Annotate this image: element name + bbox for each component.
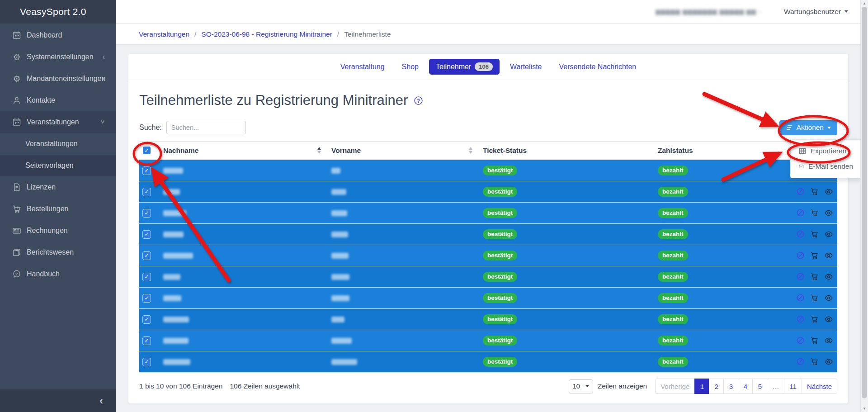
eye-icon[interactable] (825, 294, 833, 302)
tab-teilnehmer[interactable]: Teilnehmer 106 (429, 59, 500, 75)
sidebar-item-label: Bestellungen (27, 205, 69, 213)
cart-icon[interactable] (811, 273, 818, 280)
ban-icon[interactable] (797, 273, 804, 280)
breadcrumb-event[interactable]: SO-2023-06-98 - Registrierung Minitraine… (201, 30, 332, 38)
ban-icon[interactable] (797, 358, 804, 365)
table-row[interactable]: ✓ bestätigt bezahlt (139, 266, 837, 288)
cart-icon[interactable] (811, 230, 818, 238)
row-checkbox[interactable]: ✓ (143, 252, 151, 260)
column-header-vorname[interactable]: Vorname (331, 147, 361, 155)
eye-icon[interactable] (825, 209, 833, 217)
sort-icons[interactable] (469, 147, 472, 154)
sidebar-item-systemeinstellungen[interactable]: ⚙ Systemeinstellungen ‹ (0, 46, 116, 68)
table-row[interactable]: ✓ bestätigt bezahlt (139, 160, 837, 181)
pagination-page-1[interactable]: 1 (694, 379, 709, 394)
eye-icon[interactable] (825, 273, 833, 281)
column-header-ticket-status[interactable]: Ticket-Status (483, 147, 527, 155)
row-checkbox[interactable]: ✓ (143, 209, 151, 217)
aktionen-button[interactable]: Aktionen (779, 120, 837, 135)
table-row[interactable]: ✓ bestätigt bezahlt (139, 224, 837, 245)
sidebar-item-bestellungen[interactable]: Bestellungen (0, 198, 116, 220)
ticket-status-badge: bestätigt (483, 208, 517, 218)
cart-icon[interactable] (811, 188, 818, 195)
ban-icon[interactable] (797, 251, 804, 259)
sidebar-item-lizenzen[interactable]: Lizenzen (0, 176, 116, 198)
cart-icon (12, 204, 22, 214)
sidebar-item-veranstaltungen[interactable]: Veranstaltungen ˅ (0, 111, 116, 133)
sidebar-subitem-veranstaltungen[interactable]: Veranstaltungen (0, 133, 116, 155)
sidebar-item-dashboard[interactable]: Dashboard (0, 24, 116, 46)
table-row[interactable]: ✓ bestätigt bezahlt (139, 203, 837, 224)
row-checkbox[interactable]: ✓ (143, 337, 151, 345)
tab-shop[interactable]: Shop (395, 59, 425, 75)
table-row[interactable]: ✓ bestätigt bezahlt (139, 351, 837, 373)
ban-icon[interactable] (797, 188, 804, 195)
ban-icon[interactable] (797, 209, 804, 217)
row-checkbox[interactable]: ✓ (143, 273, 151, 281)
scrollbar-thumb[interactable] (862, 7, 867, 398)
pagination-page-3[interactable]: 3 (723, 379, 738, 394)
ban-icon[interactable] (797, 315, 804, 323)
sidebar-item-rechnungen[interactable]: Rechnungen (0, 220, 116, 242)
search-input[interactable] (166, 121, 246, 134)
sort-icons[interactable] (317, 147, 321, 154)
sidebar-item-handbuch[interactable]: ? Handbuch (0, 263, 116, 285)
eye-icon[interactable] (825, 188, 833, 196)
scroll-down-icon[interactable]: ▼ (861, 407, 868, 411)
cart-icon[interactable] (811, 251, 818, 259)
select-all-checkbox[interactable]: ✓ (143, 147, 151, 154)
table-row[interactable]: ✓ bestätigt bezahlt (139, 245, 837, 266)
eye-icon[interactable] (825, 336, 833, 345)
cart-icon[interactable] (811, 315, 818, 323)
scroll-up-icon[interactable]: ▲ (861, 1, 868, 5)
breadcrumb-veranstaltungen[interactable]: Veranstaltungen (139, 30, 189, 38)
user-menu[interactable]: Wartungsbenutzer (784, 8, 848, 16)
menu-item-exportieren[interactable]: Exportieren (791, 143, 861, 159)
column-header-nachname[interactable]: Nachname (163, 147, 198, 155)
row-checkbox[interactable]: ✓ (143, 316, 151, 323)
row-checkbox[interactable]: ✓ (143, 188, 151, 196)
table-row[interactable]: ✓ bestätigt bezahlt (139, 309, 837, 330)
cart-icon[interactable] (811, 209, 818, 217)
pagination-page-5[interactable]: 5 (752, 379, 767, 394)
sidebar-item-kontakte[interactable]: Kontakte (0, 90, 116, 111)
pagination-page-4[interactable]: 4 (738, 379, 753, 394)
tab-versendete-nachrichten[interactable]: Versendete Nachrichten (552, 59, 643, 75)
row-checkbox[interactable]: ✓ (143, 167, 151, 175)
pagination-next[interactable]: Nächste (802, 379, 837, 394)
pagination-previous[interactable]: Vorherige (655, 379, 695, 394)
row-checkbox[interactable]: ✓ (143, 358, 151, 366)
app-logo: VeasySport 2.0 (0, 0, 116, 24)
table-row[interactable]: ✓ bestätigt bezahlt (139, 330, 837, 351)
column-header-zahlstatus[interactable]: Zahlstatus (658, 147, 693, 155)
ban-icon[interactable] (797, 336, 804, 344)
eye-icon[interactable] (825, 358, 833, 366)
eye-icon[interactable] (825, 230, 833, 238)
cart-icon[interactable] (811, 336, 818, 344)
vertical-scrollbar[interactable]: ▲ ▼ (860, 0, 868, 412)
pagination-page-2[interactable]: 2 (709, 379, 724, 394)
tab-warteliste[interactable]: Warteliste (503, 59, 549, 75)
chevron-left-icon: ‹ (99, 394, 103, 407)
menu-item-email-senden[interactable]: E-Mail senden (791, 159, 861, 174)
page-size-select[interactable]: 10 (569, 379, 593, 393)
row-checkbox[interactable]: ✓ (143, 231, 151, 238)
help-circle-icon[interactable]: ? (414, 96, 423, 105)
ban-icon[interactable] (797, 230, 804, 238)
sidebar-collapse-button[interactable]: ‹ (0, 389, 116, 412)
row-checkbox[interactable]: ✓ (143, 294, 151, 302)
table-row[interactable]: ✓ bestätigt bezahlt (139, 288, 837, 309)
masked-lastname (163, 253, 193, 259)
sidebar-item-mandanteneinstellungen[interactable]: ⚙ Mandanteneinstellungen ‹ (0, 68, 116, 90)
eye-icon[interactable] (825, 315, 833, 323)
eye-icon[interactable] (825, 251, 833, 260)
table-row[interactable]: ✓ bestätigt bezahlt (139, 181, 837, 203)
sidebar-subitem-seitenvorlagen[interactable]: Seitenvorlagen (0, 155, 116, 176)
chevron-down-icon: ˅ (100, 118, 105, 127)
pagination-page-11[interactable]: 11 (784, 379, 802, 394)
ban-icon[interactable] (797, 294, 804, 302)
sidebar-item-berichtswesen[interactable]: Berichtswesen (0, 242, 116, 263)
cart-icon[interactable] (811, 358, 818, 365)
tab-veranstaltung[interactable]: Veranstaltung (334, 59, 392, 75)
cart-icon[interactable] (811, 294, 818, 302)
